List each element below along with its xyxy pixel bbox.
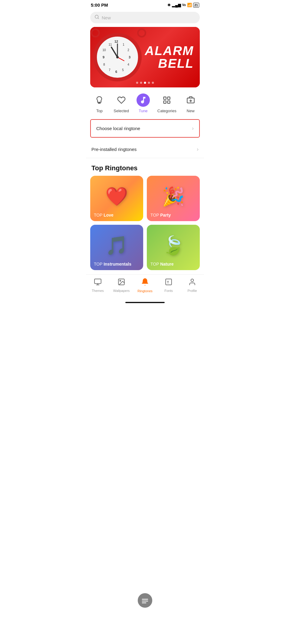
clock-illustration: 12 3 6 9 1 2 4 5 7 8 10 11 <box>93 33 142 81</box>
banner-title: ALARM BELL <box>145 44 194 70</box>
nav-indicator <box>125 302 165 303</box>
svg-text:2: 2 <box>127 48 129 52</box>
svg-text:1: 1 <box>123 43 124 46</box>
svg-point-33 <box>120 280 121 281</box>
ringtone-card-nature[interactable]: 🍃 TOP Nature <box>147 225 200 270</box>
ringtone-card-party[interactable]: 🎉 TOP Party <box>147 176 200 221</box>
search-icon <box>94 15 99 21</box>
svg-point-5 <box>116 56 119 58</box>
svg-line-2 <box>111 47 117 57</box>
nav-item-tune[interactable]: Tune <box>137 93 150 113</box>
svg-text:8: 8 <box>103 63 105 66</box>
quick-nav: Top Selected Tune Categories <box>86 87 204 116</box>
nav-item-top[interactable]: Top <box>93 93 106 113</box>
banner-dot-5 <box>152 82 154 84</box>
wifi-icon: 📶 <box>187 3 192 7</box>
status-bar: 5:00 PM ✱ ▂▄▆ Vo 📶 21 <box>86 0 204 9</box>
ringtone-card-love[interactable]: ❤️ TOP Love <box>90 176 143 221</box>
local-ringtone-label: Choose local ringtone <box>96 126 140 131</box>
banner-dot-4 <box>148 82 150 84</box>
svg-rect-21 <box>168 97 170 100</box>
ringtones-grid: ❤️ TOP Love 🎉 TOP Party 🎵 TOP Instrument… <box>86 176 204 274</box>
svg-rect-20 <box>164 97 166 100</box>
themes-label: Themes <box>92 289 104 293</box>
svg-text:9: 9 <box>103 55 104 59</box>
nav-item-categories[interactable]: Categories <box>157 93 176 113</box>
bottom-nav-themes[interactable]: Themes <box>89 278 107 293</box>
section-title: Top Ringtones <box>86 158 204 176</box>
nav-label-categories: Categories <box>157 109 176 113</box>
nav-item-new[interactable]: New <box>184 93 197 113</box>
choose-local-ringtone-item[interactable]: Choose local ringtone › <box>90 119 200 138</box>
selected-icon <box>115 93 128 107</box>
ringtone-card-instrumentals[interactable]: 🎵 TOP Instrumentals <box>90 225 143 270</box>
fonts-icon: T <box>165 278 173 288</box>
instrumentals-label: TOP Instrumentals <box>94 262 131 266</box>
status-time: 5:00 PM <box>91 2 108 8</box>
ringtones-icon <box>141 278 149 288</box>
top-ringtones-section: Top Ringtones ❤️ TOP Love 🎉 TOP Party 🎵 … <box>86 158 204 274</box>
ringtones-label: Ringtones <box>137 289 153 293</box>
banner-dots <box>136 82 154 84</box>
banner-dot-2 <box>140 82 142 84</box>
svg-text:3: 3 <box>129 55 130 59</box>
nav-label-top: Top <box>96 109 103 113</box>
bottom-nav-ringtones[interactable]: Ringtones <box>136 278 154 293</box>
bottom-nav-fonts[interactable]: T Fonts <box>160 278 178 293</box>
bottom-nav-wallpapers[interactable]: Wallpapers <box>112 278 130 293</box>
banner-dot-3 <box>144 82 146 84</box>
top-icon <box>93 93 106 107</box>
wallpapers-label: Wallpapers <box>113 289 130 293</box>
themes-icon <box>94 278 102 288</box>
bottom-nav: Themes Wallpapers Ringtones T <box>86 274 204 300</box>
love-illustration: ❤️ <box>105 188 128 206</box>
nature-illustration: 🍃 <box>162 237 185 255</box>
svg-text:11: 11 <box>108 43 112 46</box>
nav-label-new: New <box>187 109 195 113</box>
svg-point-36 <box>191 279 194 282</box>
bell-handle-right <box>137 28 146 38</box>
svg-text:6: 6 <box>115 70 117 74</box>
preinstalled-label: Pre-installed ringtones <box>91 147 137 152</box>
svg-text:T: T <box>167 280 169 284</box>
svg-rect-23 <box>168 101 170 103</box>
party-illustration: 🎉 <box>162 188 185 206</box>
battery-indicator: 21 <box>193 3 199 8</box>
preinstalled-ringtones-item[interactable]: Pre-installed ringtones › <box>86 141 204 158</box>
profile-icon <box>188 278 196 288</box>
svg-rect-29 <box>94 279 101 283</box>
party-label: TOP Party <box>150 213 171 217</box>
bell-handle-left <box>91 28 100 38</box>
nature-label: TOP Nature <box>150 262 174 266</box>
local-ringtone-chevron: › <box>192 125 194 132</box>
svg-text:5: 5 <box>122 68 124 72</box>
svg-rect-22 <box>164 101 166 103</box>
bottom-nav-profile[interactable]: Profile <box>183 278 201 293</box>
love-label: TOP Love <box>94 213 114 217</box>
list-section: Choose local ringtone › Pre-installed ri… <box>86 119 204 158</box>
wallpapers-icon <box>117 278 125 288</box>
svg-text:10: 10 <box>102 48 106 52</box>
status-icons: ✱ ▂▄▆ Vo 📶 21 <box>167 3 199 8</box>
preinstalled-chevron: › <box>197 146 199 152</box>
categories-icon <box>160 93 173 107</box>
new-icon <box>184 93 197 107</box>
instrumentals-illustration: 🎵 <box>105 237 128 255</box>
search-placeholder: New <box>102 15 111 20</box>
signal-icon: ▂▄▆ <box>172 3 181 7</box>
search-bar[interactable]: New <box>90 12 200 23</box>
svg-line-1 <box>98 18 99 19</box>
fonts-label: Fonts <box>164 289 173 293</box>
vo-label: Vo <box>182 3 186 7</box>
banner-dot-1 <box>136 82 138 84</box>
bluetooth-icon: ✱ <box>167 3 171 7</box>
svg-text:4: 4 <box>127 63 129 66</box>
tune-icon <box>137 93 150 107</box>
nav-label-selected: Selected <box>114 109 129 113</box>
nav-label-tune: Tune <box>139 109 147 113</box>
nav-item-selected[interactable]: Selected <box>114 93 129 113</box>
hero-banner[interactable]: 12 3 6 9 1 2 4 5 7 8 10 11 ALARM BELL <box>90 27 200 87</box>
profile-label: Profile <box>187 289 197 293</box>
svg-text:12: 12 <box>114 40 118 43</box>
svg-text:7: 7 <box>109 68 110 72</box>
